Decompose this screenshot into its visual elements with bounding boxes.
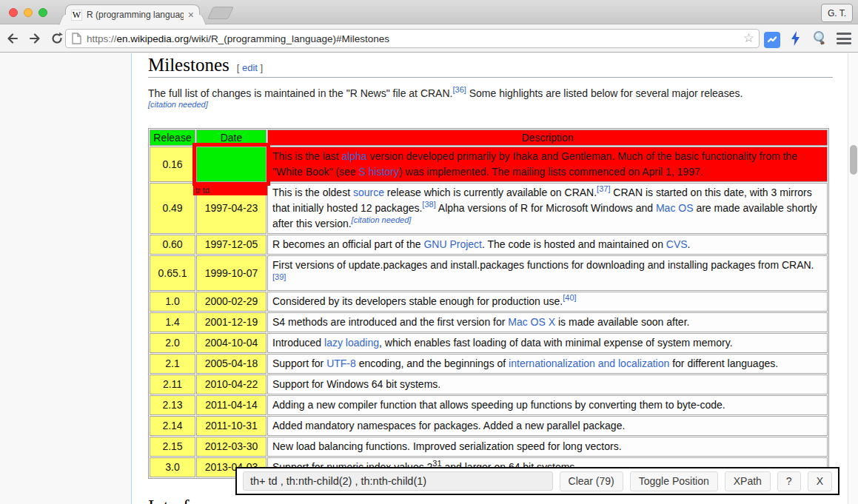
table-row[interactable]: 2.14 2011-10-31 Added mandatory namespac… bbox=[150, 416, 828, 436]
page-viewport: Milestones [ edit ] The full list of cha… bbox=[0, 53, 858, 504]
wiki-link[interactable]: Mac OS bbox=[656, 202, 694, 214]
description-cell[interactable]: This is the last alpha version developed… bbox=[267, 147, 828, 182]
table-row[interactable]: 2.1 2005-04-18 Support for UTF-8 encodin… bbox=[150, 354, 828, 374]
wiki-link[interactable]: [40] bbox=[563, 293, 576, 302]
description-cell[interactable]: Support for Windows 64 bit systems. bbox=[267, 374, 828, 394]
text-segment: Support for bbox=[272, 357, 326, 369]
description-cell[interactable]: Introduced lazy loading, which enables f… bbox=[267, 333, 828, 353]
release-cell[interactable]: 2.15 bbox=[150, 437, 195, 457]
date-cell[interactable]: 2011-04-14 bbox=[196, 395, 267, 415]
wiki-link[interactable]: [37] bbox=[597, 184, 610, 193]
release-cell[interactable]: 2.11 bbox=[150, 374, 195, 394]
release-cell[interactable]: 0.65.1 bbox=[150, 255, 195, 291]
release-cell[interactable]: 0.60 bbox=[150, 235, 195, 255]
wiki-link[interactable]: S history bbox=[359, 166, 399, 178]
toggle-position-button[interactable]: Toggle Position bbox=[630, 471, 718, 491]
date-cell[interactable]: 2004-10-04 bbox=[196, 333, 267, 353]
release-cell[interactable]: 1.4 bbox=[150, 312, 195, 332]
minimize-window-button[interactable] bbox=[24, 8, 33, 17]
description-cell[interactable]: Adding a new compiler function that allo… bbox=[267, 395, 828, 415]
release-cell[interactable]: 2.1 bbox=[150, 354, 195, 374]
release-cell[interactable]: 2.13 bbox=[150, 395, 195, 415]
table-row[interactable]: 0.65.1 1999-10-07 First versions of upda… bbox=[150, 255, 828, 291]
sync-extension-icon[interactable] bbox=[764, 32, 780, 48]
profile-label: G. T. bbox=[828, 8, 846, 19]
release-cell[interactable]: 3.0 bbox=[150, 457, 195, 477]
wiki-link[interactable]: [citation needed] bbox=[148, 100, 208, 109]
tab-close-icon[interactable]: × bbox=[188, 10, 194, 19]
clear-button[interactable]: Clear (79) bbox=[560, 471, 623, 491]
profile-button[interactable]: G. T. bbox=[821, 4, 853, 22]
selector-input[interactable]: th+ td , th:nth-child(2) , th:nth-child(… bbox=[243, 471, 553, 491]
heading-rule bbox=[148, 77, 833, 78]
date-cell[interactable]: 2010-04-22 bbox=[196, 374, 267, 394]
description-cell[interactable]: R becomes an official part of the GNU Pr… bbox=[267, 235, 828, 255]
release-cell[interactable]: 2.0 bbox=[150, 333, 195, 353]
bookmark-star-icon[interactable]: ☆ bbox=[743, 33, 754, 44]
tab-title: R (programming language) bbox=[87, 10, 184, 20]
url-text: https://en.wikipedia.org/wiki/R_(program… bbox=[87, 33, 738, 44]
wiki-link[interactable]: Mac OS X bbox=[508, 316, 555, 328]
wiki-link[interactable]: alpha bbox=[341, 150, 366, 162]
menu-icon[interactable] bbox=[837, 33, 851, 44]
description-cell[interactable]: Support for UTF-8 encoding, and the begi… bbox=[267, 354, 828, 374]
lightning-extension-icon[interactable] bbox=[790, 30, 801, 50]
url-bar[interactable]: https://en.wikipedia.org/wiki/R_(program… bbox=[65, 29, 760, 48]
table-row[interactable]: 2.0 2004-10-04 Introduced lazy loading, … bbox=[150, 333, 828, 353]
page-scrollbar[interactable] bbox=[848, 53, 858, 504]
description-cell[interactable]: Added mandatory namespaces for packages.… bbox=[267, 416, 828, 436]
wiki-link[interactable]: source bbox=[353, 187, 384, 198]
wiki-link[interactable]: lazy loading bbox=[324, 337, 379, 349]
release-cell[interactable]: 2.14 bbox=[150, 416, 195, 436]
date-header[interactable]: Date bbox=[196, 130, 267, 146]
release-cell[interactable]: 1.0 bbox=[150, 292, 195, 312]
date-cell[interactable]: 2001-12-19 bbox=[196, 312, 267, 332]
close-gadget-button[interactable]: X bbox=[808, 471, 832, 491]
date-cell[interactable]: 2012-03-30 bbox=[196, 437, 267, 457]
wiki-link[interactable]: [citation needed] bbox=[352, 215, 412, 224]
reload-button[interactable] bbox=[47, 29, 67, 48]
table-row[interactable]: 0.60 1997-12-05 R becomes an official pa… bbox=[150, 235, 828, 255]
date-cell[interactable]: 2005-04-18 bbox=[196, 354, 267, 374]
date-cell[interactable]: 2011-10-31 bbox=[196, 416, 267, 436]
zoom-window-button[interactable] bbox=[38, 8, 47, 17]
table-row[interactable]: 1.4 2001-12-19 S4 methods are introduced… bbox=[150, 312, 828, 332]
close-window-button[interactable] bbox=[9, 8, 18, 17]
wiki-link[interactable]: internationalization and localization bbox=[509, 357, 669, 369]
browser-tab[interactable]: W R (programming language) × bbox=[65, 4, 200, 24]
description-cell[interactable]: This is the oldest source release which … bbox=[267, 183, 828, 234]
table-row[interactable]: 2.15 2012-03-30 New load balancing funct… bbox=[150, 437, 828, 457]
wiki-link[interactable]: UTF-8 bbox=[326, 357, 356, 369]
text-segment: Support for Windows 64 bit systems. bbox=[272, 378, 440, 390]
release-header[interactable]: Release bbox=[150, 130, 195, 146]
table-row[interactable]: 2.13 2011-04-14 Adding a new compiler fu… bbox=[150, 395, 828, 415]
back-button[interactable] bbox=[3, 29, 22, 48]
edit-link[interactable]: edit bbox=[242, 62, 258, 73]
description-cell[interactable]: New load balancing functions. Improved s… bbox=[267, 437, 828, 457]
wiki-link[interactable]: [36] bbox=[452, 85, 466, 94]
wiki-link[interactable]: CVS bbox=[666, 238, 688, 250]
description-cell[interactable]: S4 methods are introduced and the first … bbox=[267, 312, 828, 332]
text-segment: Some highlights are listed below for sev… bbox=[466, 87, 743, 99]
release-cell[interactable]: 0.16 bbox=[150, 147, 195, 182]
table-row[interactable]: 2.11 2010-04-22 Support for Windows 64 b… bbox=[150, 374, 828, 394]
table-row[interactable]: 1.0 2000-02-29 Considered by its develop… bbox=[150, 292, 828, 312]
xpath-button[interactable]: XPath bbox=[725, 471, 771, 491]
date-cell[interactable]: 2000-02-29 bbox=[196, 292, 267, 312]
new-tab-button[interactable] bbox=[207, 7, 234, 19]
wiki-link[interactable]: [39] bbox=[272, 272, 286, 281]
selectorgadget-extension-icon[interactable] bbox=[811, 30, 828, 50]
forward-button[interactable] bbox=[25, 29, 44, 48]
table-row[interactable]: 0.16 tr td This is the last alpha versio… bbox=[150, 147, 828, 182]
date-cell[interactable]: 1997-12-05 bbox=[196, 235, 267, 255]
date-cell[interactable]: 1999-10-07 bbox=[196, 255, 267, 291]
help-button[interactable]: ? bbox=[777, 471, 801, 491]
wiki-link[interactable]: [38] bbox=[422, 200, 435, 209]
description-cell[interactable]: First versions of update.packages and in… bbox=[267, 255, 828, 291]
date-cell[interactable]: tr td bbox=[196, 147, 267, 182]
scrollbar-thumb[interactable] bbox=[850, 145, 857, 175]
wiki-link[interactable]: GNU Project bbox=[423, 238, 482, 250]
description-header[interactable]: Description bbox=[267, 130, 828, 146]
description-cell[interactable]: Considered by its developers stable enou… bbox=[267, 292, 828, 312]
release-cell[interactable]: 0.49 bbox=[150, 183, 195, 234]
